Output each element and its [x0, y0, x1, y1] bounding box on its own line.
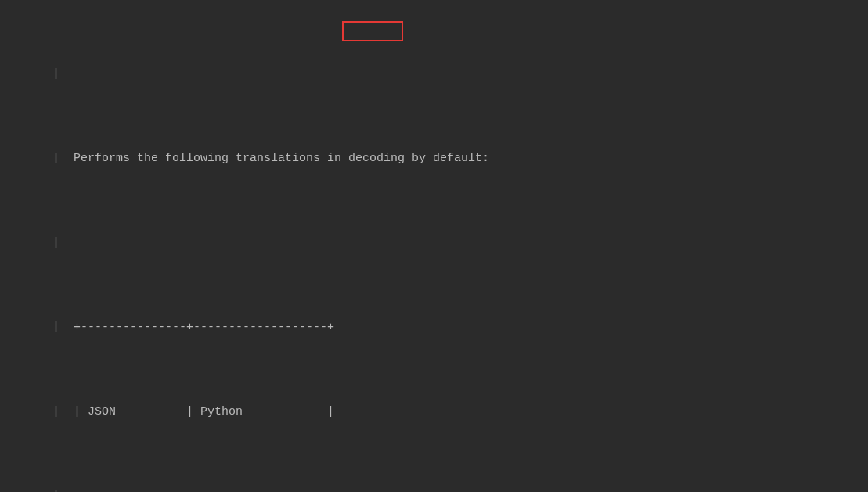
code-viewport[interactable]: | | Performs the following translations … — [0, 0, 868, 492]
doc-pipe: | — [45, 236, 59, 250]
table-header-sep: | +===============+===================+ — [0, 486, 868, 492]
doc-line: | — [0, 63, 868, 84]
doc-pipe: | — [45, 152, 74, 165]
doc-line: | — [0, 232, 868, 253]
doc-intro-text: Performs the following translations in d… — [74, 152, 489, 165]
doc-pipe: | — [45, 321, 74, 334]
doc-pipe: | — [45, 67, 59, 81]
table-border-top: | +---------------+-------------------+ — [0, 317, 868, 338]
table-border: +---------------+-------------------+ — [74, 321, 334, 334]
doc-intro-line: | Performs the following translations in… — [0, 148, 868, 169]
table-header-row: | | JSON | Python | — [0, 401, 868, 422]
doc-pipe: | — [45, 405, 74, 418]
vertical-scrollbar[interactable] — [860, 0, 868, 492]
table-header: | JSON | Python | — [74, 405, 334, 418]
